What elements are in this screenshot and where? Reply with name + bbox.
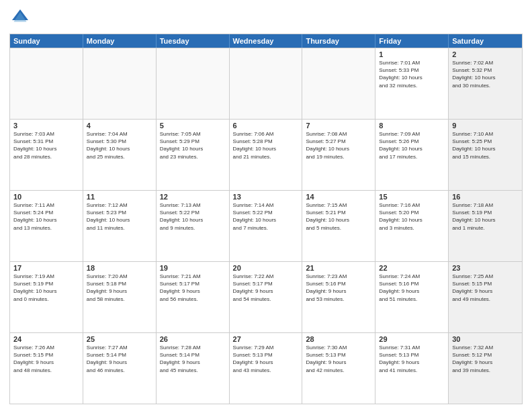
day-info: Sunrise: 7:22 AM Sunset: 5:17 PM Dayligh… [233,273,299,303]
cal-cell: 4Sunrise: 7:04 AM Sunset: 5:30 PM Daylig… [83,120,157,190]
cal-cell: 21Sunrise: 7:23 AM Sunset: 5:16 PM Dayli… [302,262,375,332]
day-info: Sunrise: 7:30 AM Sunset: 5:13 PM Dayligh… [306,344,371,374]
day-info: Sunrise: 7:09 AM Sunset: 5:26 PM Dayligh… [379,130,445,161]
cal-cell: 6Sunrise: 7:06 AM Sunset: 5:28 PM Daylig… [230,120,303,190]
weekday-header-monday: Monday [83,34,157,48]
day-info: Sunrise: 7:18 AM Sunset: 5:19 PM Dayligh… [452,201,519,232]
weekday-header-saturday: Saturday [449,34,522,48]
day-number: 12 [160,193,226,201]
day-info: Sunrise: 7:10 AM Sunset: 5:25 PM Dayligh… [452,130,519,161]
cal-cell: 28Sunrise: 7:30 AM Sunset: 5:13 PM Dayli… [302,333,375,404]
day-info: Sunrise: 7:13 AM Sunset: 5:22 PM Dayligh… [160,201,226,232]
cal-cell: 27Sunrise: 7:29 AM Sunset: 5:13 PM Dayli… [230,333,303,404]
day-number: 27 [233,335,299,343]
day-number: 6 [233,122,299,130]
day-number: 2 [452,50,519,58]
cal-cell: 2Sunrise: 7:02 AM Sunset: 5:32 PM Daylig… [449,48,522,119]
day-info: Sunrise: 7:19 AM Sunset: 5:19 PM Dayligh… [13,273,79,303]
day-info: Sunrise: 7:04 AM Sunset: 5:30 PM Dayligh… [87,130,152,161]
cal-cell [157,48,230,119]
cal-cell: 1Sunrise: 7:01 AM Sunset: 5:33 PM Daylig… [375,48,449,119]
day-info: Sunrise: 7:15 AM Sunset: 5:21 PM Dayligh… [306,201,371,232]
weekday-header-wednesday: Wednesday [230,34,303,48]
cal-cell: 18Sunrise: 7:20 AM Sunset: 5:18 PM Dayli… [83,262,157,332]
day-number: 4 [87,122,152,130]
day-number: 3 [13,122,79,130]
weekday-header-tuesday: Tuesday [157,34,230,48]
weekday-header-thursday: Thursday [302,34,375,48]
cal-cell: 23Sunrise: 7:25 AM Sunset: 5:15 PM Dayli… [449,262,522,332]
day-number: 7 [306,122,371,130]
cal-cell: 14Sunrise: 7:15 AM Sunset: 5:21 PM Dayli… [302,191,375,261]
cal-cell: 22Sunrise: 7:24 AM Sunset: 5:16 PM Dayli… [375,262,449,332]
day-number: 18 [87,264,152,272]
day-info: Sunrise: 7:20 AM Sunset: 5:18 PM Dayligh… [87,273,152,303]
day-info: Sunrise: 7:24 AM Sunset: 5:16 PM Dayligh… [379,273,445,303]
calendar-row-0: 1Sunrise: 7:01 AM Sunset: 5:33 PM Daylig… [10,48,522,119]
cal-cell: 17Sunrise: 7:19 AM Sunset: 5:19 PM Dayli… [10,262,83,332]
day-number: 11 [87,193,152,201]
weekday-header-sunday: Sunday [10,34,83,48]
day-number: 9 [452,122,519,130]
day-number: 29 [379,335,445,343]
cal-cell [230,48,303,119]
cal-cell: 8Sunrise: 7:09 AM Sunset: 5:26 PM Daylig… [375,120,449,190]
day-info: Sunrise: 7:32 AM Sunset: 5:12 PM Dayligh… [452,344,519,374]
day-info: Sunrise: 7:05 AM Sunset: 5:29 PM Dayligh… [160,130,226,161]
cal-cell: 25Sunrise: 7:27 AM Sunset: 5:14 PM Dayli… [83,333,157,404]
day-number: 8 [379,122,445,130]
day-info: Sunrise: 7:25 AM Sunset: 5:15 PM Dayligh… [452,273,519,303]
day-number: 17 [13,264,79,272]
page: SundayMondayTuesdayWednesdayThursdayFrid… [0,0,532,411]
cal-cell: 7Sunrise: 7:08 AM Sunset: 5:27 PM Daylig… [302,120,375,190]
day-info: Sunrise: 7:26 AM Sunset: 5:15 PM Dayligh… [13,344,79,374]
day-info: Sunrise: 7:29 AM Sunset: 5:13 PM Dayligh… [233,344,299,374]
calendar-row-4: 24Sunrise: 7:26 AM Sunset: 5:15 PM Dayli… [10,332,522,404]
day-info: Sunrise: 7:31 AM Sunset: 5:13 PM Dayligh… [379,344,445,374]
day-info: Sunrise: 7:16 AM Sunset: 5:20 PM Dayligh… [379,201,445,232]
day-info: Sunrise: 7:11 AM Sunset: 5:24 PM Dayligh… [13,201,79,232]
day-info: Sunrise: 7:12 AM Sunset: 5:23 PM Dayligh… [87,201,152,232]
logo-icon [9,7,31,28]
day-number: 22 [379,264,445,272]
calendar-body: 1Sunrise: 7:01 AM Sunset: 5:33 PM Daylig… [10,48,522,404]
cal-cell: 16Sunrise: 7:18 AM Sunset: 5:19 PM Dayli… [449,191,522,261]
day-info: Sunrise: 7:08 AM Sunset: 5:27 PM Dayligh… [306,130,371,161]
day-number: 15 [379,193,445,201]
day-info: Sunrise: 7:01 AM Sunset: 5:33 PM Dayligh… [379,59,445,89]
cal-cell: 20Sunrise: 7:22 AM Sunset: 5:17 PM Dayli… [230,262,303,332]
calendar-header-row: SundayMondayTuesdayWednesdayThursdayFrid… [10,34,522,48]
cal-cell [302,48,375,119]
day-info: Sunrise: 7:06 AM Sunset: 5:28 PM Dayligh… [233,130,299,161]
day-number: 21 [306,264,371,272]
day-number: 24 [13,335,79,343]
calendar-row-1: 3Sunrise: 7:03 AM Sunset: 5:31 PM Daylig… [10,119,522,190]
cal-cell: 13Sunrise: 7:14 AM Sunset: 5:22 PM Dayli… [230,191,303,261]
day-number: 5 [160,122,226,130]
day-info: Sunrise: 7:03 AM Sunset: 5:31 PM Dayligh… [13,130,79,161]
cal-cell [10,48,83,119]
cal-cell [83,48,157,119]
calendar-row-2: 10Sunrise: 7:11 AM Sunset: 5:24 PM Dayli… [10,190,522,261]
cal-cell: 5Sunrise: 7:05 AM Sunset: 5:29 PM Daylig… [157,120,230,190]
cal-cell: 26Sunrise: 7:28 AM Sunset: 5:14 PM Dayli… [157,333,230,404]
cal-cell: 15Sunrise: 7:16 AM Sunset: 5:20 PM Dayli… [375,191,449,261]
cal-cell: 3Sunrise: 7:03 AM Sunset: 5:31 PM Daylig… [10,120,83,190]
day-number: 25 [87,335,152,343]
day-number: 26 [160,335,226,343]
day-number: 30 [452,335,519,343]
day-info: Sunrise: 7:02 AM Sunset: 5:32 PM Dayligh… [452,59,519,89]
calendar: SundayMondayTuesdayWednesdayThursdayFrid… [9,34,523,404]
cal-cell: 30Sunrise: 7:32 AM Sunset: 5:12 PM Dayli… [449,333,522,404]
cal-cell: 9Sunrise: 7:10 AM Sunset: 5:25 PM Daylig… [449,120,522,190]
day-info: Sunrise: 7:14 AM Sunset: 5:22 PM Dayligh… [233,201,299,232]
day-info: Sunrise: 7:23 AM Sunset: 5:16 PM Dayligh… [306,273,371,303]
header [9,7,523,28]
cal-cell: 10Sunrise: 7:11 AM Sunset: 5:24 PM Dayli… [10,191,83,261]
day-number: 19 [160,264,226,272]
logo [9,7,34,28]
day-info: Sunrise: 7:27 AM Sunset: 5:14 PM Dayligh… [87,344,152,374]
cal-cell: 19Sunrise: 7:21 AM Sunset: 5:17 PM Dayli… [157,262,230,332]
day-number: 20 [233,264,299,272]
cal-cell: 29Sunrise: 7:31 AM Sunset: 5:13 PM Dayli… [375,333,449,404]
